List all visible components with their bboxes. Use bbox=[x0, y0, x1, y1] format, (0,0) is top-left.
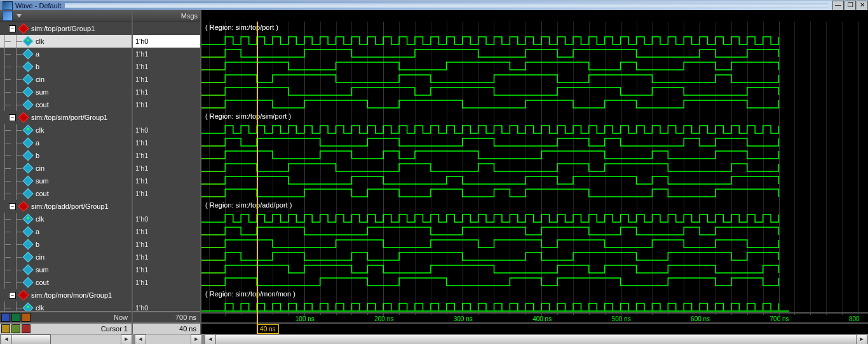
window-title: Wave - Default bbox=[15, 2, 61, 10]
signal-name: cin bbox=[36, 76, 44, 83]
hscroll-wave[interactable]: ◄ ► bbox=[204, 334, 868, 344]
wave-row[interactable] bbox=[201, 47, 868, 60]
signal-name: b bbox=[36, 241, 39, 248]
collapse-icon[interactable]: − bbox=[9, 25, 16, 32]
waveform-column[interactable]: ( Region: sim:/top/port )( Region: sim:/… bbox=[201, 10, 868, 334]
footer-now-value: 700 ns bbox=[133, 314, 200, 321]
msg-row: 1'h1 bbox=[133, 98, 200, 111]
msg-group-row bbox=[133, 289, 200, 301]
wave-row[interactable] bbox=[201, 123, 868, 136]
wave-row[interactable] bbox=[201, 187, 868, 199]
wave-row[interactable] bbox=[201, 225, 868, 237]
close-button[interactable]: ✕ bbox=[857, 1, 868, 11]
wave-row[interactable] bbox=[201, 98, 868, 110]
signal-row[interactable]: clk bbox=[0, 35, 132, 48]
signal-icon bbox=[23, 214, 34, 225]
signal-name: clk bbox=[36, 304, 44, 311]
hscroll-names[interactable]: ◄ ► bbox=[0, 334, 133, 344]
signal-row[interactable]: cout bbox=[0, 187, 132, 200]
signal-icon bbox=[23, 138, 34, 149]
signal-row[interactable]: sum bbox=[0, 263, 132, 276]
msg-row: 1'h0 bbox=[133, 124, 200, 136]
signal-icon bbox=[23, 239, 34, 250]
cursor-flag[interactable]: 40 ns bbox=[257, 324, 278, 334]
signal-group[interactable]: −sim:/top/port/Group1 bbox=[0, 22, 132, 35]
msg-row: 1'h1 bbox=[133, 73, 200, 86]
wave-row[interactable] bbox=[201, 136, 868, 149]
signal-row[interactable]: cin bbox=[0, 162, 132, 175]
title-grip[interactable] bbox=[65, 3, 828, 8]
collapse-icon[interactable]: − bbox=[9, 292, 16, 299]
signal-icon bbox=[23, 189, 34, 199]
cursor-track[interactable]: 40 ns bbox=[201, 322, 868, 334]
msg-row: 1'h1 bbox=[133, 175, 200, 187]
signal-icon bbox=[23, 227, 34, 237]
signal-name: cin bbox=[36, 253, 44, 261]
cursor-line[interactable] bbox=[257, 22, 258, 314]
scope-icon[interactable] bbox=[3, 11, 13, 21]
signal-icon bbox=[23, 150, 34, 161]
msg-row: 1'h1 bbox=[133, 149, 200, 162]
minimize-button[interactable]: — bbox=[832, 1, 844, 11]
msg-group-row bbox=[133, 200, 200, 213]
wave-row[interactable] bbox=[201, 263, 868, 275]
signal-group[interactable]: −sim:/top/sim/port/Group1 bbox=[0, 111, 132, 124]
signal-row[interactable]: sum bbox=[0, 175, 132, 187]
signal-row[interactable]: clk bbox=[0, 301, 132, 311]
signal-row[interactable]: a bbox=[0, 136, 132, 149]
wave-row[interactable] bbox=[201, 72, 868, 85]
wave-row[interactable] bbox=[201, 275, 868, 288]
signal-icon bbox=[23, 100, 34, 110]
wave-row[interactable] bbox=[201, 161, 868, 174]
signal-row[interactable]: a bbox=[0, 225, 132, 238]
wave-row[interactable] bbox=[201, 212, 868, 225]
signal-name: sum bbox=[36, 177, 49, 185]
time-tick: 600 ns bbox=[691, 315, 710, 322]
signal-row[interactable]: cin bbox=[0, 73, 132, 86]
signal-group[interactable]: −sim:/top/mon/mon/Group1 bbox=[0, 289, 132, 301]
signal-name: clk bbox=[36, 37, 44, 45]
scroll-left-button[interactable]: ◄ bbox=[1, 334, 12, 344]
footer-cursor-value: 40 ns bbox=[133, 325, 200, 333]
signal-name: sum bbox=[36, 266, 49, 274]
signal-row[interactable]: clk bbox=[0, 124, 132, 136]
wave-row[interactable] bbox=[201, 60, 868, 72]
signal-row[interactable]: b bbox=[0, 238, 132, 251]
hscroll-msgs[interactable]: ◄ ► bbox=[134, 334, 203, 344]
msg-row: 1'h1 bbox=[133, 263, 200, 276]
signal-group[interactable]: −sim:/top/add/port/Group1 bbox=[0, 200, 132, 213]
signal-row[interactable]: clk bbox=[0, 213, 132, 225]
collapse-icon[interactable]: − bbox=[9, 114, 16, 121]
signal-row[interactable]: cin bbox=[0, 251, 132, 263]
msg-row: 1'h1 bbox=[133, 187, 200, 200]
signal-name: clk bbox=[36, 126, 44, 134]
wave-row[interactable] bbox=[201, 250, 868, 263]
wave-row[interactable] bbox=[201, 34, 868, 47]
collapse-icon[interactable]: − bbox=[9, 203, 16, 210]
msgs-column: Msgs 1'h01'h11'h11'h11'h11'h11'h01'h11'h… bbox=[133, 10, 201, 334]
signal-row[interactable]: sum bbox=[0, 86, 132, 98]
group-icon bbox=[18, 112, 29, 123]
region-label: ( Region: sim:/top/port ) bbox=[205, 23, 278, 31]
maximize-button[interactable]: ❐ bbox=[844, 1, 856, 11]
footer-cursor[interactable]: Cursor 1 bbox=[0, 322, 132, 334]
time-tick: 700 ns bbox=[770, 315, 789, 322]
msgs-header-label: Msgs bbox=[181, 12, 198, 20]
signal-group-label: sim:/top/port/Group1 bbox=[31, 25, 95, 32]
signal-row[interactable]: a bbox=[0, 48, 132, 60]
wave-row[interactable] bbox=[201, 237, 868, 250]
time-tick: 800 bbox=[849, 315, 860, 322]
signal-row[interactable]: cout bbox=[0, 276, 132, 289]
signal-row[interactable]: b bbox=[0, 149, 132, 162]
signal-icon bbox=[23, 163, 34, 174]
scroll-right-button[interactable]: ► bbox=[121, 334, 132, 344]
signal-row[interactable]: b bbox=[0, 60, 132, 73]
dropdown-icon[interactable] bbox=[17, 14, 22, 18]
wave-row[interactable] bbox=[201, 174, 868, 187]
signal-name: cout bbox=[36, 190, 49, 197]
wave-row[interactable] bbox=[201, 149, 868, 161]
signal-toolbar bbox=[0, 10, 132, 22]
signal-name: cout bbox=[36, 279, 49, 286]
signal-row[interactable]: cout bbox=[0, 98, 132, 111]
wave-row[interactable] bbox=[201, 85, 868, 98]
